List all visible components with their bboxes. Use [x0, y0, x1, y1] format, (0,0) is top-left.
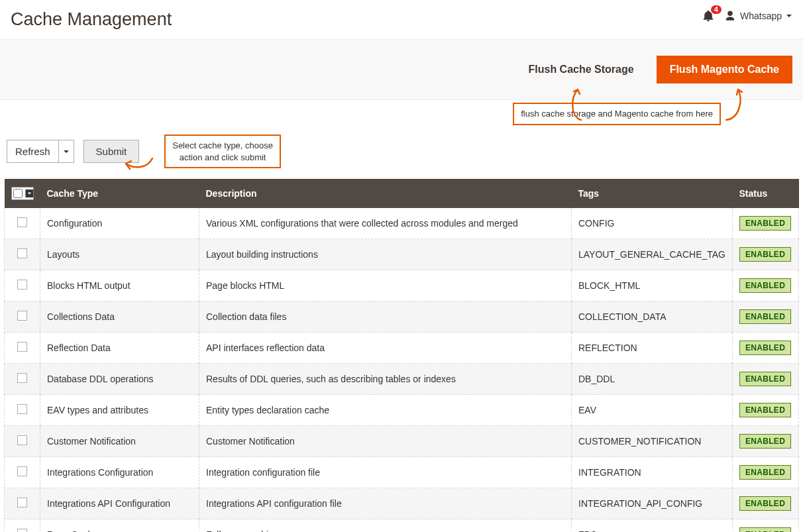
cell-cache-type: Layouts: [40, 239, 199, 270]
cell-tags: EAV: [572, 395, 733, 426]
cell-tags: INTEGRATION: [572, 457, 733, 488]
status-badge: ENABLED: [739, 465, 791, 480]
cell-description: Full page caching: [199, 519, 572, 532]
cell-cache-type: Page Cache: [40, 519, 199, 532]
cell-description: Page blocks HTML: [199, 270, 572, 301]
header-cache-type[interactable]: Cache Type: [40, 179, 199, 208]
cell-tags: DB_DDL: [572, 364, 733, 395]
cell-description: Results of DDL queries, such as describi…: [199, 364, 572, 395]
username-label: Whatsapp: [740, 11, 782, 21]
table-row: Page CacheFull page cachingFPCENABLED: [5, 519, 799, 532]
status-badge: ENABLED: [739, 341, 791, 355]
table-row: Collections DataCollection data filesCOL…: [5, 301, 799, 333]
row-checkbox[interactable]: [17, 435, 27, 445]
cell-cache-type: Integrations Configuration: [40, 457, 199, 488]
table-row: Integrations ConfigurationIntegration co…: [5, 457, 799, 488]
notifications-button[interactable]: 4: [702, 9, 715, 23]
cell-cache-type: Database DDL operations: [40, 364, 199, 395]
row-checkbox[interactable]: [17, 248, 27, 258]
table-row: ConfigurationVarious XML configurations …: [5, 208, 799, 239]
cache-table: Cache Type Description Tags Status Confi…: [4, 179, 799, 532]
table-row: Database DDL operationsResults of DDL qu…: [5, 364, 799, 395]
status-badge: ENABLED: [739, 403, 791, 417]
cell-tags: CUSTOMER_NOTIFICATION: [572, 426, 733, 457]
cell-description: Various XML configurations that were col…: [199, 208, 572, 239]
row-checkbox[interactable]: [17, 404, 27, 414]
cell-description: Integration configuration file: [199, 457, 572, 488]
status-badge: ENABLED: [739, 372, 791, 386]
action-bar: Flush Cache Storage Flush Magento Cache: [0, 39, 803, 100]
table-row: Reflection DataAPI interfaces reflection…: [5, 333, 799, 364]
status-badge: ENABLED: [739, 434, 791, 449]
cell-tags: INTEGRATION_API_CONFIG: [572, 488, 733, 519]
cell-description: Entity types declaration cache: [199, 395, 572, 426]
mass-action-label: Refresh: [7, 140, 59, 162]
cell-tags: COLLECTION_DATA: [572, 301, 733, 333]
chevron-down-icon: [25, 189, 33, 197]
cell-cache-type: Blocks HTML output: [40, 270, 199, 301]
row-checkbox[interactable]: [17, 498, 27, 507]
select-all-input[interactable]: [13, 189, 23, 198]
row-checkbox[interactable]: [17, 280, 27, 290]
cell-description: Integrations API configuration file: [199, 488, 572, 519]
cell-cache-type: EAV types and attributes: [40, 395, 199, 426]
header-status[interactable]: Status: [733, 179, 799, 208]
flush-cache-storage-button[interactable]: Flush Cache Storage: [515, 56, 647, 83]
cell-description: Customer Notification: [199, 426, 572, 457]
table-row: Blocks HTML outputPage blocks HTMLBLOCK_…: [5, 270, 799, 301]
row-checkbox[interactable]: [17, 342, 27, 352]
cell-cache-type: Customer Notification: [40, 426, 199, 457]
table-row: Integrations API ConfigurationIntegratio…: [5, 488, 799, 519]
row-checkbox[interactable]: [17, 466, 27, 476]
flush-magento-cache-button[interactable]: Flush Magento Cache: [657, 56, 792, 83]
status-badge: ENABLED: [739, 216, 791, 231]
chevron-down-icon: [59, 140, 74, 162]
select-all-checkbox[interactable]: [11, 187, 34, 200]
table-row: Customer NotificationCustomer Notificati…: [5, 426, 799, 457]
cell-tags: REFLECTION: [572, 333, 733, 364]
cell-tags: LAYOUT_GENERAL_CACHE_TAG: [572, 239, 733, 270]
user-icon: [724, 10, 736, 22]
status-badge: ENABLED: [739, 247, 791, 262]
status-badge: ENABLED: [739, 309, 791, 324]
cell-cache-type: Configuration: [40, 208, 199, 239]
cell-cache-type: Integrations API Configuration: [40, 488, 199, 519]
cell-cache-type: Collections Data: [40, 301, 199, 333]
row-checkbox[interactable]: [17, 311, 27, 321]
submit-button[interactable]: Submit: [83, 140, 140, 163]
chevron-down-icon: [786, 13, 792, 19]
cell-tags: FPC: [572, 519, 733, 532]
status-badge: ENABLED: [739, 527, 791, 532]
mass-action-select[interactable]: Refresh: [7, 140, 74, 163]
flush-annotation: flush cache storage and Magento cache fr…: [513, 103, 721, 125]
row-checkbox[interactable]: [17, 217, 27, 227]
cell-description: API interfaces reflection data: [199, 333, 572, 364]
cell-tags: CONFIG: [572, 208, 733, 239]
user-menu[interactable]: Whatsapp: [724, 10, 792, 22]
page-title: Cache Management: [11, 9, 172, 30]
table-row: EAV types and attributesEntity types dec…: [5, 395, 799, 426]
submit-annotation: Select cache type, choose action and cli…: [164, 134, 281, 168]
table-row: LayoutsLayout building instructionsLAYOU…: [5, 239, 799, 270]
cell-cache-type: Reflection Data: [40, 333, 199, 364]
header-description[interactable]: Description: [199, 179, 572, 208]
cell-description: Collection data files: [199, 301, 572, 333]
cell-description: Layout building instructions: [199, 239, 572, 270]
row-checkbox[interactable]: [17, 529, 27, 532]
header-tags[interactable]: Tags: [572, 179, 733, 208]
row-checkbox[interactable]: [17, 373, 27, 383]
status-badge: ENABLED: [739, 278, 791, 293]
cell-tags: BLOCK_HTML: [572, 270, 733, 301]
status-badge: ENABLED: [739, 496, 791, 511]
notif-badge: 4: [711, 5, 722, 14]
